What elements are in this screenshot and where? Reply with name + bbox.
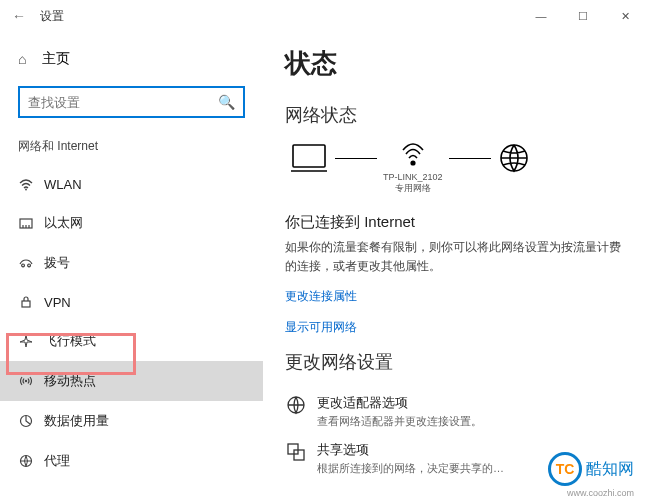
- sidebar-item-vpn[interactable]: VPN: [0, 283, 263, 321]
- vpn-icon: [18, 294, 44, 310]
- close-button[interactable]: ✕: [604, 0, 646, 32]
- search-input[interactable]: [28, 95, 218, 110]
- section-network-status: 网络状态: [285, 103, 628, 127]
- airplane-icon: [18, 333, 44, 349]
- category-header: 网络和 Internet: [0, 132, 263, 165]
- home-icon: ⌂: [18, 51, 42, 67]
- sidebar-item-label: 飞行模式: [44, 332, 96, 350]
- home-link[interactable]: ⌂ 主页: [0, 42, 263, 76]
- sidebar-item-label: 以太网: [44, 214, 83, 232]
- sidebar-item-label: WLAN: [44, 177, 82, 192]
- sidebar-item-dialup[interactable]: 拨号: [0, 243, 263, 283]
- connected-desc: 如果你的流量套餐有限制，则你可以将此网络设置为按流量计费的连接，或者更改其他属性…: [285, 238, 628, 276]
- svg-rect-11: [294, 450, 304, 460]
- diagram-net-type: 专用网络: [395, 182, 431, 195]
- ethernet-icon: [18, 215, 44, 231]
- sidebar-item-label: VPN: [44, 295, 71, 310]
- svg-rect-6: [293, 145, 325, 167]
- option-title: 更改适配器选项: [317, 394, 482, 412]
- minimize-button[interactable]: —: [520, 0, 562, 32]
- proxy-icon: [18, 453, 44, 469]
- adapter-icon: [285, 394, 317, 420]
- device-router-icon: TP-LINK_2102 专用网络: [383, 142, 443, 195]
- section-change-settings: 更改网络设置: [285, 350, 628, 374]
- back-button[interactable]: ←: [12, 8, 40, 24]
- sidebar: ⌂ 主页 🔍 网络和 Internet WLAN 以太网 拨号 VPN 飞行模式: [0, 32, 263, 500]
- search-input-wrapper[interactable]: 🔍: [18, 86, 245, 118]
- watermark-logo: TC: [548, 452, 582, 486]
- dialup-icon: [18, 255, 44, 271]
- sidebar-item-datausage[interactable]: 数据使用量: [0, 401, 263, 441]
- diagram-ssid: TP-LINK_2102: [383, 172, 443, 182]
- option-desc: 根据所连接到的网络，决定要共享的…: [317, 461, 504, 476]
- option-title: 共享选项: [317, 441, 504, 459]
- data-usage-icon: [18, 413, 44, 429]
- svg-rect-2: [22, 301, 30, 307]
- watermark: TC 酷知网 www.coozhi.com: [548, 452, 634, 486]
- svg-point-3: [25, 380, 27, 382]
- sidebar-item-label: 数据使用量: [44, 412, 109, 430]
- maximize-button[interactable]: ☐: [562, 0, 604, 32]
- sidebar-item-proxy[interactable]: 代理: [0, 441, 263, 481]
- device-globe-icon: [497, 141, 531, 195]
- option-desc: 查看网络适配器并更改连接设置。: [317, 414, 482, 429]
- watermark-url: www.coozhi.com: [567, 488, 634, 498]
- svg-point-0: [25, 189, 27, 191]
- home-label: 主页: [42, 50, 70, 68]
- network-diagram: TP-LINK_2102 专用网络: [289, 141, 624, 195]
- main-panel: 状态 网络状态 TP-LINK_2102 专用网络 你已连接到 Internet…: [263, 32, 646, 500]
- watermark-text: 酷知网: [586, 459, 634, 480]
- link-show-networks[interactable]: 显示可用网络: [285, 319, 628, 336]
- hotspot-icon: [18, 373, 44, 389]
- window-title: 设置: [40, 8, 520, 25]
- connected-title: 你已连接到 Internet: [285, 213, 628, 232]
- sidebar-item-ethernet[interactable]: 以太网: [0, 203, 263, 243]
- sidebar-item-hotspot[interactable]: 移动热点: [0, 361, 263, 401]
- sidebar-item-label: 移动热点: [44, 372, 96, 390]
- sidebar-item-wlan[interactable]: WLAN: [0, 165, 263, 203]
- sidebar-item-label: 代理: [44, 452, 70, 470]
- svg-point-7: [411, 161, 415, 165]
- device-pc-icon: [289, 141, 329, 195]
- sharing-icon: [285, 441, 317, 467]
- page-title: 状态: [285, 46, 628, 81]
- search-icon: 🔍: [218, 94, 235, 110]
- link-change-properties[interactable]: 更改连接属性: [285, 288, 628, 305]
- wifi-icon: [18, 176, 44, 192]
- option-adapter[interactable]: 更改适配器选项 查看网络适配器并更改连接设置。: [285, 388, 628, 435]
- svg-rect-10: [288, 444, 298, 454]
- sidebar-item-label: 拨号: [44, 254, 70, 272]
- sidebar-item-airplane[interactable]: 飞行模式: [0, 321, 263, 361]
